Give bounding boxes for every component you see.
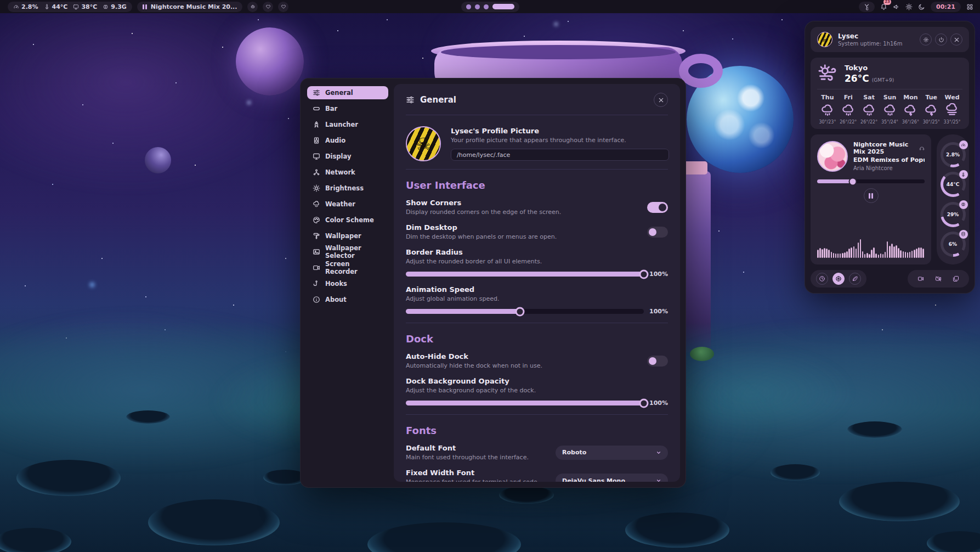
sidebar-label: Display: [325, 153, 351, 160]
slider-knob[interactable]: [639, 398, 649, 408]
visualizer-bar: [905, 252, 907, 258]
eco-mode-button[interactable]: [849, 273, 861, 285]
media-player-card: Nightcore Music Mix 2025 EDM Remixes of …: [811, 134, 931, 264]
visualizer-bar: [826, 249, 828, 258]
memory-gauge: 29%: [941, 202, 966, 227]
workspace-dot[interactable]: [484, 4, 489, 9]
workspace-dot[interactable]: [466, 4, 471, 9]
setting-title: Default Font: [406, 444, 529, 452]
bot-button[interactable]: [247, 2, 258, 12]
auto-hide-dock-toggle[interactable]: [647, 356, 668, 367]
giant-mug-inner: [441, 45, 676, 59]
brightness-icon[interactable]: [905, 3, 913, 10]
user-card: Lysec System uptime: 1h16m: [811, 27, 969, 52]
power-button[interactable]: [935, 33, 947, 46]
network-icon: [313, 168, 320, 176]
sidebar-item-general[interactable]: General: [307, 86, 388, 99]
media-progress-slider[interactable]: [817, 179, 925, 183]
tray-pill[interactable]: [859, 2, 875, 12]
panel-close-button[interactable]: [950, 33, 962, 46]
notifications-button[interactable]: 23: [880, 2, 887, 12]
setting-title: Animation Speed: [406, 285, 668, 294]
leaf-icon: [852, 275, 858, 282]
overview-icon[interactable]: [966, 3, 973, 10]
dropdown-value: DejaVu Sans Mono: [562, 477, 625, 482]
visualizer-bar: [851, 247, 852, 258]
visualizer-bar: [869, 254, 870, 258]
sidebar-item-network[interactable]: Network: [307, 166, 388, 179]
forecast-day: Thu 30°/23°: [817, 94, 838, 125]
setting-desc: Display rounded corners on the edge of t…: [406, 209, 561, 216]
sidebar-item-color-scheme[interactable]: Color Scheme: [307, 213, 388, 227]
settings-window: General Bar Launcher Audio Display Netwo…: [300, 78, 686, 488]
slider-knob[interactable]: [639, 269, 649, 279]
clock-pill[interactable]: 00:21: [931, 2, 961, 12]
profile-path-input[interactable]: /home/lysec/.face: [451, 149, 669, 161]
record-screen-button[interactable]: [915, 273, 926, 284]
sidebar-item-display[interactable]: Display: [307, 150, 388, 163]
section-title-fonts: Fonts: [406, 425, 668, 436]
quick-panel: Lysec System uptime: 1h16m Tokyo 26°C: [805, 21, 975, 294]
performance-mode-button[interactable]: [832, 273, 845, 285]
fixed-width-font-dropdown[interactable]: DejaVu Sans Mono: [556, 474, 668, 482]
capture-button-group: [908, 270, 969, 288]
bar-icon: [313, 105, 320, 112]
rocket-icon: [313, 121, 320, 128]
profile-avatar[interactable]: [406, 126, 441, 161]
sidebar-label: Network: [325, 168, 355, 176]
like-button[interactable]: [278, 2, 288, 12]
night-mode-icon[interactable]: [918, 3, 925, 10]
crater: [625, 512, 729, 548]
media-pill[interactable]: Nightcore Music Mix 20...: [137, 2, 243, 12]
layers-icon: [953, 275, 959, 282]
show-corners-toggle[interactable]: [647, 202, 668, 213]
slider-knob[interactable]: [516, 307, 525, 316]
dim-desktop-toggle[interactable]: [647, 227, 668, 238]
sidebar-label: Audio: [325, 137, 345, 144]
animation-speed-slider[interactable]: [406, 309, 644, 314]
dock-opacity-slider[interactable]: [406, 401, 644, 405]
close-button[interactable]: [654, 93, 668, 107]
record-off-button[interactable]: [933, 273, 944, 284]
sidebar-item-about[interactable]: About: [307, 293, 388, 306]
sidebar-label: Color Scheme: [325, 216, 374, 224]
system-stats-column: 2.8% 44°C 29% 6%: [937, 134, 969, 264]
rain-icon: [820, 103, 835, 117]
favorite-button[interactable]: [263, 2, 273, 12]
border-radius-slider[interactable]: [406, 272, 644, 277]
visualizer-bar: [842, 253, 843, 258]
gpu-temp-stat: 38°C: [73, 3, 97, 10]
setting-title: Border Radius: [406, 248, 668, 256]
disk-gauge: 6%: [941, 232, 966, 257]
sidebar-item-launcher[interactable]: Launcher: [307, 118, 388, 131]
timer-button[interactable]: [816, 273, 828, 285]
setting-title: Dim Desktop: [406, 223, 557, 232]
settings-button[interactable]: [920, 33, 932, 46]
screenshot-button[interactable]: [950, 273, 961, 284]
forecast-temps: 36°/26°: [902, 120, 919, 125]
sidebar-item-wallpaper[interactable]: Wallpaper: [307, 229, 388, 243]
default-font-dropdown[interactable]: Roboto: [556, 446, 668, 460]
progress-knob[interactable]: [848, 177, 857, 185]
sidebar-item-screen-recorder[interactable]: Screen Recorder: [307, 261, 388, 274]
workspace-active[interactable]: [492, 4, 514, 9]
sidebar-item-wallpaper-selector[interactable]: Wallpaper Selector: [307, 245, 388, 258]
hook-icon: [313, 280, 320, 288]
workspace-dot[interactable]: [475, 4, 480, 9]
volume-icon[interactable]: [893, 3, 900, 10]
pause-button[interactable]: [864, 188, 879, 203]
sidebar-item-weather[interactable]: Weather: [307, 198, 388, 211]
forecast-day: Tue 30°/25°: [921, 94, 942, 125]
chevron-down-icon: [656, 450, 661, 455]
visualizer-bar: [882, 254, 884, 258]
visualizer-bar: [831, 252, 832, 258]
visualizer-bar: [889, 246, 891, 258]
sidebar-item-audio[interactable]: Audio: [307, 134, 388, 147]
setting-title: Fixed Width Font: [406, 469, 556, 477]
visualizer-bar: [856, 249, 857, 258]
sidebar-item-bar[interactable]: Bar: [307, 102, 388, 115]
sidebar-item-brightness[interactable]: Brightness: [307, 182, 388, 195]
sidebar-item-hooks[interactable]: Hooks: [307, 277, 388, 290]
settings-main-panel: General Lysec's Profile Picture Your pro…: [394, 84, 680, 482]
crater: [839, 482, 960, 521]
